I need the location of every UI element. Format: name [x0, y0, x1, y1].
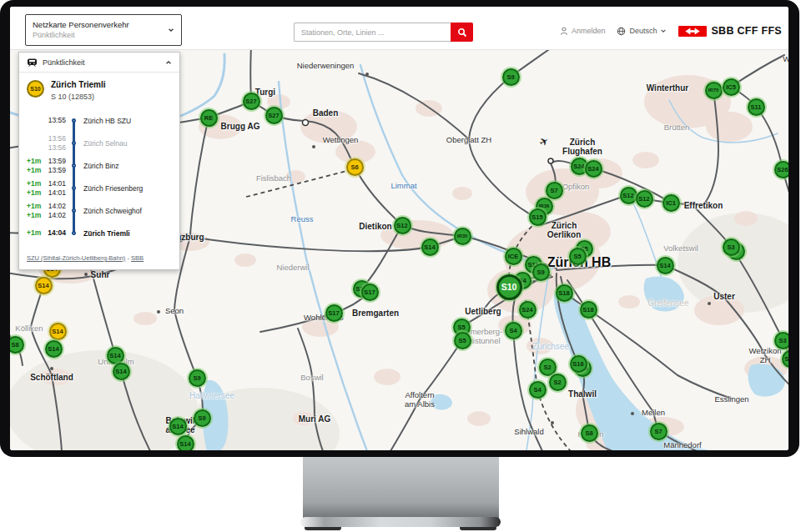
- line-badge-s2[interactable]: S2: [549, 374, 567, 391]
- monitor-stand: [303, 454, 499, 519]
- train-name: Zürich Triemli: [51, 80, 106, 90]
- sbb-flag-icon: [678, 26, 707, 37]
- search-icon: [457, 28, 467, 38]
- line-badge-s14[interactable]: S14: [169, 418, 187, 435]
- stop-row[interactable]: +1m+1m14:0114:01Zürich Friesenberg: [19, 177, 179, 199]
- stop-row[interactable]: 13:5613:56Zürich Selnau: [19, 132, 179, 154]
- line-badge-s18[interactable]: S18: [580, 301, 597, 319]
- login-button[interactable]: Anmelden: [560, 27, 606, 35]
- train-number: S 10 (12853): [51, 93, 106, 101]
- line-badge-s27[interactable]: S27: [243, 93, 260, 110]
- stop-name: Zürich Friesenberg: [81, 184, 143, 193]
- dropdown-sub-label: Pünktlichkeit: [33, 30, 168, 40]
- screen: NiederweningenTurgiBadenBrugg AGWettinge…: [10, 7, 788, 450]
- language-selector[interactable]: Deutsch: [617, 27, 667, 36]
- timeline-node: [72, 118, 76, 123]
- line-badge-s14[interactable]: S14: [107, 347, 124, 364]
- line-badge-s16[interactable]: S16: [570, 355, 587, 373]
- line-badge-s3[interactable]: S3: [774, 332, 789, 349]
- panel-header[interactable]: Pünktlichkeit: [19, 53, 179, 73]
- line-badge-s24[interactable]: S24: [585, 160, 602, 178]
- operator-link[interactable]: SZU (Sihltal-Zürich-Uetliberg-Bahn): [27, 254, 125, 262]
- line-badge-ir35[interactable]: IR35: [454, 228, 471, 245]
- desktop-background: NiederweningenTurgiBadenBrugg AGWettinge…: [0, 0, 801, 532]
- panel-footer: SZU (Sihltal-Zürich-Uetliberg-Bahn) - SB…: [19, 244, 179, 269]
- panel-title: Pünktlichkeit: [43, 58, 85, 67]
- map-type-dropdown[interactable]: Netzkarte Personenverkehr Pünktlichkeit: [25, 14, 182, 46]
- line-badge-s2[interactable]: S2: [539, 359, 557, 376]
- line-badge-s6[interactable]: S6: [346, 158, 364, 176]
- line-badge-s14[interactable]: S14: [421, 238, 439, 256]
- search-input[interactable]: [294, 23, 451, 42]
- stop-timeline: 13:55Zürich HB SZU13:5613:56Zürich Selna…: [19, 103, 179, 244]
- stop-name: Zürich Schweighof: [81, 207, 142, 215]
- line-badge-s4[interactable]: S4: [505, 322, 522, 339]
- line-badge-s9[interactable]: S9: [532, 263, 550, 281]
- line-badge-s26[interactable]: S26: [774, 161, 789, 178]
- line-badge-s12[interactable]: S12: [394, 217, 411, 234]
- stop-name: Zürich HB SZU: [81, 117, 131, 125]
- line-badge-s15[interactable]: S15: [529, 208, 547, 226]
- line-badge-s5[interactable]: S5: [454, 332, 471, 349]
- line-badge-ir75[interactable]: IR75: [705, 82, 723, 99]
- line-badge-s17[interactable]: S17: [325, 304, 343, 322]
- line-badge-s17[interactable]: S17: [361, 284, 379, 301]
- globe-icon: [617, 27, 626, 36]
- timeline-node: [72, 186, 76, 190]
- login-label: Anmelden: [572, 27, 606, 35]
- line-badge-s5[interactable]: S5: [569, 248, 587, 265]
- sbb-logo-text: SBB CFF FFS: [711, 25, 782, 37]
- line-badge-s14[interactable]: S14: [45, 340, 63, 358]
- monitor-stand-base: [300, 517, 501, 527]
- line-badge-s24[interactable]: S24: [519, 301, 537, 319]
- dropdown-selected-label: Netzkarte Personenverkehr: [33, 20, 168, 30]
- line-badge-s7[interactable]: S7: [546, 182, 563, 199]
- line-badge-s9[interactable]: S9: [189, 369, 206, 387]
- line-badge-s14[interactable]: S14: [49, 323, 67, 340]
- line-badge-s8[interactable]: S8: [581, 424, 598, 442]
- line-badge-s14[interactable]: S14: [657, 257, 674, 274]
- line-badge-ic1[interactable]: IC1: [662, 194, 680, 212]
- line-badge-s9[interactable]: S9: [502, 68, 520, 86]
- selected-train-summary: S10 Zürich Triemli S 10 (12853): [19, 73, 179, 103]
- stop-name: Zürich Binz: [81, 162, 119, 170]
- sbb-link[interactable]: SBB: [131, 254, 144, 262]
- monitor-bezel: NiederweningenTurgiBadenBrugg AGWettinge…: [0, 0, 799, 457]
- line-badge-s18[interactable]: S18: [556, 284, 573, 302]
- timeline-node: [72, 208, 76, 213]
- line-badge-s10[interactable]: S10: [496, 274, 522, 300]
- line-badge-s14[interactable]: S14: [113, 363, 130, 380]
- line-badge-s27[interactable]: S27: [265, 107, 283, 124]
- line-badge-s3[interactable]: S3: [723, 238, 740, 256]
- line-badge-s12[interactable]: S12: [636, 190, 653, 208]
- line-badge-s12[interactable]: S12: [620, 187, 637, 204]
- line-badge-s4[interactable]: S4: [529, 381, 547, 399]
- sbb-logo: SBB CFF FFS: [678, 25, 782, 37]
- language-label: Deutsch: [629, 27, 657, 35]
- line-badge-s7[interactable]: S7: [650, 423, 668, 440]
- line-badge-s11[interactable]: S11: [748, 98, 765, 116]
- top-bar: Netzkarte Personenverkehr Pünktlichkeit …: [10, 7, 788, 50]
- chevron-up-icon: [165, 59, 172, 66]
- line-badge-s14[interactable]: S14: [177, 435, 194, 451]
- chevron-down-icon: [660, 28, 667, 34]
- line-badge-ic5[interactable]: IC5: [723, 78, 740, 96]
- stop-row[interactable]: +1m14:04Zürich Triemli: [19, 222, 179, 244]
- line-badge-ice[interactable]: ICE: [505, 248, 522, 265]
- stop-row[interactable]: 13:55Zürich HB SZU: [19, 109, 179, 132]
- train-icon: [27, 58, 38, 67]
- chevron-down-icon: [168, 27, 174, 33]
- line-badge-s9[interactable]: S9: [194, 409, 211, 427]
- stop-name: Zürich Triemli: [81, 229, 130, 238]
- stop-row[interactable]: +1m+1m13:5913:59Zürich Binz: [19, 154, 179, 177]
- line-badge-s14[interactable]: S14: [35, 277, 53, 294]
- stop-row[interactable]: +1m+1m14:0214:02Zürich Schweighof: [19, 199, 179, 222]
- line-badge-s8[interactable]: S8: [10, 336, 24, 354]
- punctuality-panel: Pünktlichkeit S10 Zürich Triemli S 10 (1…: [18, 52, 180, 270]
- timeline-node: [72, 163, 76, 168]
- line-badge-re[interactable]: RE: [200, 109, 218, 127]
- train-line-badge: S10: [27, 80, 44, 98]
- person-icon: [560, 27, 568, 35]
- search-button[interactable]: [451, 23, 473, 42]
- stop-name: Zürich Selnau: [81, 139, 127, 148]
